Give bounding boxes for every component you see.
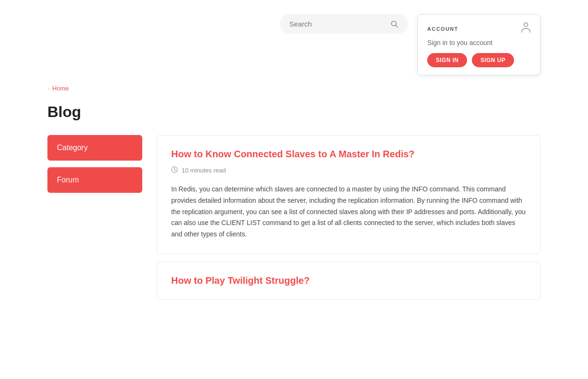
account-subtitle: Sign in to you account [427,39,531,46]
svg-line-5 [175,170,176,171]
signin-button[interactable]: SIGN IN [427,53,467,67]
svg-rect-2 [524,23,528,27]
sidebar: Category Forum [47,135,142,193]
breadcrumb-sep-arrow: › [47,85,49,92]
article-body-1: In Redis, you can determine which slaves… [171,184,526,240]
article-card-2: How to Play Twilight Struggle? [156,262,541,300]
article-title-2[interactable]: How to Play Twilight Struggle? [171,275,526,286]
main-content: › Home Blog Category Forum How to Know C… [0,85,588,300]
svg-line-1 [396,25,398,27]
search-icon [391,20,398,28]
top-bar: ACCOUNT Sign in to you account SIGN IN S… [0,0,588,85]
article-meta-1: 10 minutes read [171,166,526,174]
person-icon [521,22,531,33]
layout: Category Forum How to Know Connected Sla… [47,135,541,300]
account-buttons: SIGN IN SIGN UP [427,53,531,67]
article-read-time-1: 10 minutes read [182,167,226,174]
article-card-1: How to Know Connected Slaves to A Master… [156,135,541,254]
signup-button[interactable]: SIGN UP [472,53,514,67]
sidebar-item-forum[interactable]: Forum [47,167,142,193]
sidebar-item-category[interactable]: Category [47,135,142,161]
page-title: Blog [47,103,541,121]
articles-list: How to Know Connected Slaves to A Master… [156,135,541,300]
search-input[interactable] [289,20,386,28]
search-box [280,14,408,34]
account-card: ACCOUNT Sign in to you account SIGN IN S… [417,14,541,75]
account-icon [521,22,531,35]
account-label: ACCOUNT [427,26,459,32]
breadcrumb-home-link[interactable]: Home [52,85,69,92]
search-button[interactable] [391,20,398,28]
article-title-1[interactable]: How to Know Connected Slaves to A Master… [171,149,526,160]
breadcrumb: › Home [47,85,541,92]
account-header: ACCOUNT [427,22,531,35]
clock-icon [171,166,178,174]
